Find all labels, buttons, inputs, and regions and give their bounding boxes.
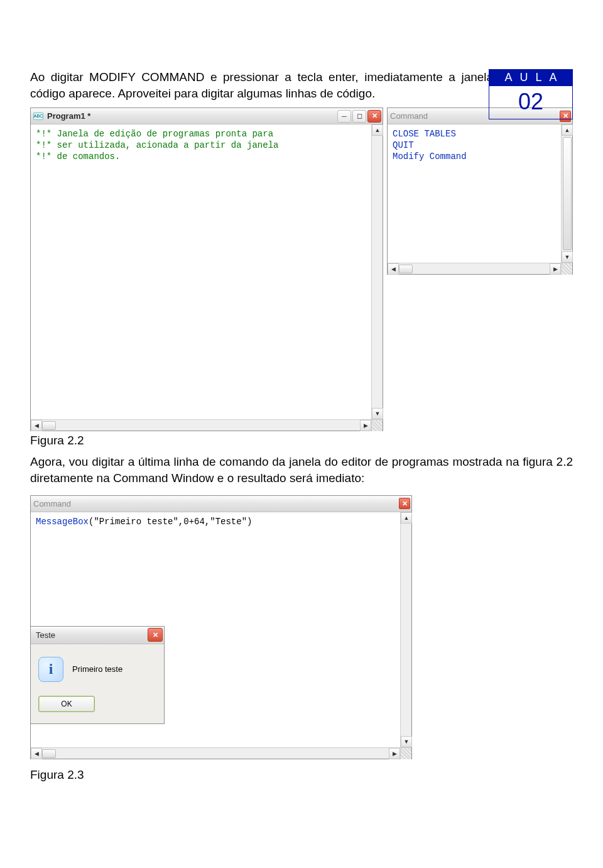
scroll-down-icon[interactable]: ▼ <box>401 736 412 747</box>
messagebox-text: Primeiro teste <box>72 664 122 674</box>
program-editor-hscroll[interactable]: ◀ ▶ <box>31 419 383 431</box>
ok-button[interactable]: OK <box>38 696 95 712</box>
scroll-left-icon[interactable]: ◀ <box>31 420 42 431</box>
scroll-left-icon[interactable]: ◀ <box>31 748 42 759</box>
resize-grip-icon[interactable] <box>371 420 383 431</box>
command-vscroll-1[interactable]: ▲ ▼ <box>561 124 572 263</box>
scroll-up-icon[interactable]: ▲ <box>372 124 383 136</box>
command-titlebar-2[interactable]: Command ✕ <box>31 496 411 512</box>
messagebox-window: Teste ✕ i Primeiro teste OK <box>30 626 165 724</box>
info-icon: i <box>38 657 63 682</box>
hscroll-thumb[interactable] <box>399 265 413 273</box>
scroll-left-icon[interactable]: ◀ <box>388 263 399 275</box>
hscroll-thumb[interactable] <box>42 421 56 430</box>
messagebox-title: Teste <box>36 630 148 640</box>
resize-grip-icon[interactable] <box>561 263 572 275</box>
program-editor-window: ABC Program1 * ─ ◻ ✕ *!* Janela de ediçã… <box>30 107 383 431</box>
scroll-down-icon[interactable]: ▼ <box>372 408 383 419</box>
program-editor-title: Program1 * <box>47 111 334 121</box>
close-button[interactable]: ✕ <box>399 498 410 509</box>
program-editor-vscroll[interactable]: ▲ ▼ <box>371 124 383 419</box>
command-code-1[interactable]: CLOSE TABLES QUIT Modify Command <box>388 124 561 263</box>
hscroll-thumb[interactable] <box>42 749 56 758</box>
minimize-button[interactable]: ─ <box>337 110 351 123</box>
figure-2-3-caption: Figura 2.3 <box>30 768 573 782</box>
scroll-right-icon[interactable]: ▶ <box>360 420 371 431</box>
lesson-badge-top: AULA <box>489 69 573 86</box>
command-hscroll-2[interactable]: ◀ ▶ <box>31 747 411 759</box>
scroll-right-icon[interactable]: ▶ <box>389 748 400 759</box>
scroll-right-icon[interactable]: ▶ <box>550 263 561 275</box>
command-hscroll-1[interactable]: ◀ ▶ <box>388 263 572 274</box>
scroll-up-icon[interactable]: ▲ <box>401 512 412 524</box>
messagebox-titlebar[interactable]: Teste ✕ <box>31 627 164 644</box>
lesson-badge: AULA 02 <box>489 69 573 119</box>
figure-2-2-caption: Figura 2.2 <box>30 434 573 448</box>
figure-2-3: Command ✕ MessageBox("Primeiro teste",0+… <box>30 495 420 766</box>
scroll-up-icon[interactable]: ▲ <box>562 124 573 136</box>
vscroll-thumb[interactable] <box>563 137 572 250</box>
command-vscroll-2[interactable]: ▲ ▼ <box>400 512 411 747</box>
close-button[interactable]: ✕ <box>148 628 163 642</box>
command-window-1: Command ✕ CLOSE TABLES QUIT Modify Comma… <box>387 107 573 275</box>
program-editor-titlebar[interactable]: ABC Program1 * ─ ◻ ✕ <box>31 108 383 124</box>
command-title-2: Command <box>33 499 395 508</box>
lesson-badge-number: 02 <box>489 86 573 119</box>
paragraph-2: Agora, vou digitar a última linha de com… <box>30 454 573 486</box>
abc-icon: ABC <box>33 113 43 120</box>
scroll-down-icon[interactable]: ▼ <box>562 251 573 263</box>
maximize-button[interactable]: ◻ <box>352 110 366 123</box>
close-button[interactable]: ✕ <box>367 110 381 123</box>
figure-2-2: ABC Program1 * ─ ◻ ✕ *!* Janela de ediçã… <box>30 107 573 431</box>
program-editor-icon: ABC <box>33 111 43 121</box>
resize-grip-icon[interactable] <box>400 748 411 759</box>
program-editor-code[interactable]: *!* Janela de edição de programas pronta… <box>31 124 371 419</box>
